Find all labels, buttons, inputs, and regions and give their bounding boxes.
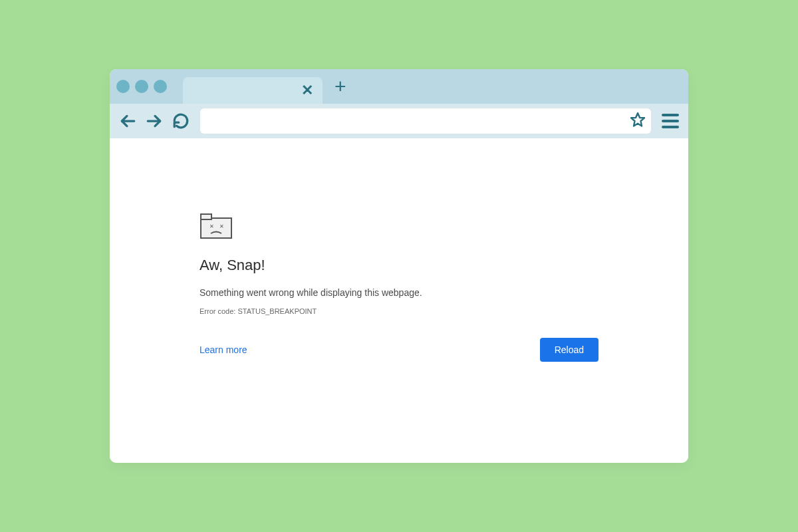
bookmark-star-icon[interactable]: [630, 112, 646, 130]
address-bar[interactable]: [200, 108, 651, 134]
toolbar: [110, 104, 688, 138]
browser-tab[interactable]: ✕: [183, 77, 323, 104]
window-control-close[interactable]: [116, 80, 130, 93]
address-input[interactable]: [205, 116, 630, 127]
reload-button[interactable]: [170, 110, 192, 132]
tab-strip: ✕ +: [110, 69, 688, 104]
learn-more-link[interactable]: Learn more: [200, 344, 247, 355]
reload-page-button[interactable]: Reload: [540, 338, 598, 362]
browser-window: ✕ + ✕: [110, 69, 688, 463]
new-tab-button[interactable]: +: [334, 76, 346, 96]
hamburger-menu-button[interactable]: [659, 110, 682, 132]
svg-marker-2: [631, 113, 644, 126]
forward-button[interactable]: [143, 110, 166, 132]
svg-text:✕: ✕: [219, 223, 224, 229]
back-button[interactable]: [116, 110, 139, 132]
error-code: Error code: STATUS_BREAKPOINT: [200, 307, 598, 315]
error-panel: ✕ ✕ Aw, Snap! Something went wrong while…: [200, 213, 598, 463]
svg-rect-3: [201, 218, 231, 238]
svg-text:✕: ✕: [209, 223, 214, 229]
sad-folder-icon: ✕ ✕: [200, 213, 233, 239]
window-control-maximize[interactable]: [154, 80, 167, 93]
svg-rect-4: [201, 214, 211, 219]
page-content: ✕ ✕ Aw, Snap! Something went wrong while…: [110, 138, 688, 463]
error-title: Aw, Snap!: [200, 257, 598, 274]
close-tab-icon[interactable]: ✕: [301, 82, 313, 99]
window-control-minimize[interactable]: [135, 80, 148, 93]
error-actions: Learn more Reload: [200, 338, 598, 362]
error-message: Something went wrong while displaying th…: [200, 287, 598, 298]
